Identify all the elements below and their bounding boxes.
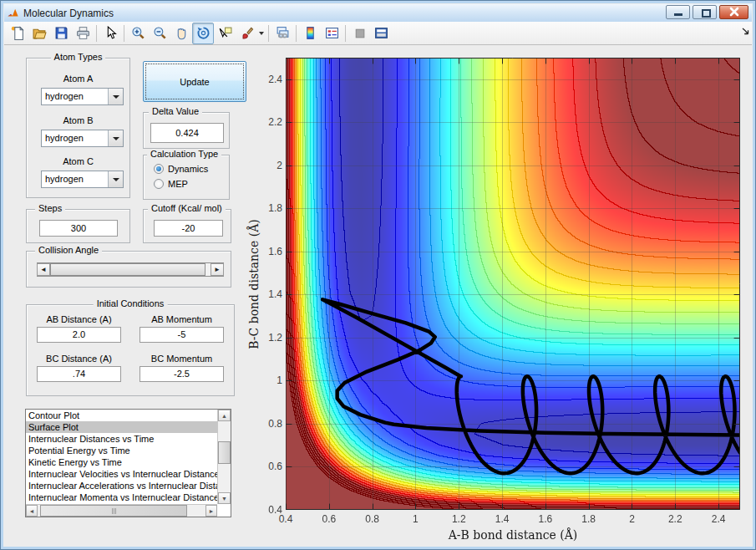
toolbar-data-cursor-button[interactable] [214,23,236,44]
y-tick-label: 2.2 [256,116,282,128]
titlebar[interactable]: Molecular Dynamics [4,4,752,22]
collision-angle-slider[interactable]: ◄ ► [37,262,224,277]
slider-thumb[interactable] [50,263,205,276]
minimize-button[interactable] [666,5,690,19]
x-tick-label: 1 [398,513,432,525]
plot-tools-hide-icon [353,26,367,40]
atom-c-dropdown[interactable]: hydrogen [41,171,124,188]
dropdown-arrow-button[interactable] [108,130,123,146]
mep-radio-row[interactable]: MEP [154,179,188,189]
x-tick-label: 2 [615,513,648,525]
plot-tools-show-icon [374,26,388,40]
bc-distance-field[interactable]: .74 [37,366,121,382]
cutoff-field[interactable]: -20 [154,220,223,237]
toolbar-cursor-button[interactable] [99,23,121,44]
scroll-down-button[interactable]: ▼ [218,492,231,504]
toolbar [4,22,752,45]
insert-legend-icon [325,26,339,40]
atom-b-dropdown[interactable]: hydrogen [41,130,124,147]
vertical-scrollbar[interactable]: ▲ ▼ [217,410,231,504]
close-icon [720,6,749,18]
list-item[interactable]: Kinetic Energy vs Time [26,456,217,468]
toolbar-open-file-button[interactable] [28,23,50,44]
bc-distance-label: BC Distance (A) [37,354,121,364]
pan-hand-icon [175,26,189,40]
atom-a-dropdown[interactable]: hydrogen [41,88,124,105]
toolbar-new-file-button[interactable] [7,23,28,44]
bc-momentum-field[interactable]: -2.5 [140,366,224,382]
panel-title: Collision Angle [35,245,102,255]
list-item[interactable]: Contour Plot [26,410,217,421]
update-button[interactable]: Update [143,61,246,102]
new-file-icon [11,26,25,40]
list-item[interactable]: Internuclear Velocities vs Internuclear … [26,468,217,480]
steps-field[interactable]: 300 [39,220,118,237]
x-tick-label: 1.2 [442,513,475,525]
toolbar-zoom-out-button[interactable] [149,23,170,44]
mep-radio[interactable] [154,179,164,189]
toolbar-print-button[interactable] [72,23,94,44]
save-icon [54,26,68,40]
toolbar-insert-legend-button[interactable] [321,23,342,44]
mep-radio-label: MEP [168,179,188,189]
open-file-icon [33,26,47,40]
list-item[interactable]: Surface Plot [26,421,217,433]
atom-types-panel: Atom Types Atom A hydrogen Atom B hydrog… [26,58,130,198]
ab-distance-field[interactable]: 2.0 [37,327,121,343]
horizontal-scroll-thumb[interactable] [40,505,187,517]
panel-title: Steps [35,203,65,213]
y-tick-label: 0.4 [256,504,282,516]
slider-left-arrow[interactable]: ◄ [37,263,50,276]
link-plots-icon [276,26,290,40]
toolbar-insert-colorbar-button[interactable] [299,23,321,44]
delta-value-field[interactable]: 0.424 [150,123,224,143]
chevron-down-icon [113,178,119,181]
list-item[interactable]: Potential Energy vs Time [26,445,217,456]
zoom-in-icon [131,26,145,40]
list-item[interactable]: Internuclear Accelerations vs Internucle… [26,480,217,491]
brush-dropdown-caret[interactable] [259,32,264,35]
toolbar-rotate-3d-button[interactable] [192,23,214,44]
cutoff-panel: Cutoff (Kcal/ mol) -20 [143,209,231,243]
scroll-up-button[interactable]: ▲ [218,410,231,421]
restore-button[interactable] [693,5,717,19]
dock-figure-arrow-icon[interactable] [741,27,750,36]
slider-right-arrow[interactable]: ► [211,263,224,276]
initial-conditions-panel: Initial Conditions AB Distance (A) AB Mo… [26,304,235,396]
data-cursor-icon [218,26,232,40]
close-button[interactable] [719,5,748,19]
dynamics-radio[interactable] [154,164,164,174]
update-button-label: Update [180,77,209,87]
toolbar-pan-button[interactable] [170,23,192,44]
matlab-icon [7,8,19,19]
toolbar-plot-tools-hide-button[interactable] [348,23,370,44]
toolbar-plot-tools-show-button[interactable] [370,23,392,44]
toolbar-brush-button[interactable] [236,23,257,44]
insert-colorbar-icon [303,26,317,40]
ab-momentum-field[interactable]: -5 [140,327,224,343]
atom-a-value: hydrogen [45,91,84,101]
cursor-icon [104,26,118,40]
x-tick-label: 1.4 [485,513,519,525]
steps-panel: Steps 300 [26,209,130,243]
dynamics-radio-row[interactable]: Dynamics [154,164,208,174]
minimize-icon [674,13,682,16]
pes-contour-plot-canvas[interactable] [286,58,740,510]
toolbar-zoom-in-button[interactable] [127,23,149,44]
toolbar-save-button[interactable] [50,23,72,44]
toolbar-separator [96,25,97,42]
list-item[interactable]: Internuclear Distances vs Time [26,433,217,445]
dropdown-arrow-button[interactable] [108,171,123,187]
horizontal-scrollbar[interactable]: ◄ ► [26,504,217,517]
list-item[interactable]: Internuclear Momenta vs Internuclear Dis… [26,491,217,503]
plot-type-listbox[interactable]: Contour PlotSurface PlotInternuclear Dis… [25,409,231,517]
toolbar-link-plots-button[interactable] [271,23,293,44]
scroll-left-button[interactable]: ◄ [26,505,38,517]
atom-c-value: hydrogen [45,174,84,184]
scroll-right-button[interactable]: ► [205,505,217,517]
ab-momentum-label: AB Momentum [140,314,224,324]
vertical-scroll-thumb[interactable] [218,441,231,464]
x-tick-label: 2.2 [658,513,692,525]
dropdown-arrow-button[interactable] [108,89,123,104]
y-axis-label: B-C bond distance (Å) [247,159,261,410]
